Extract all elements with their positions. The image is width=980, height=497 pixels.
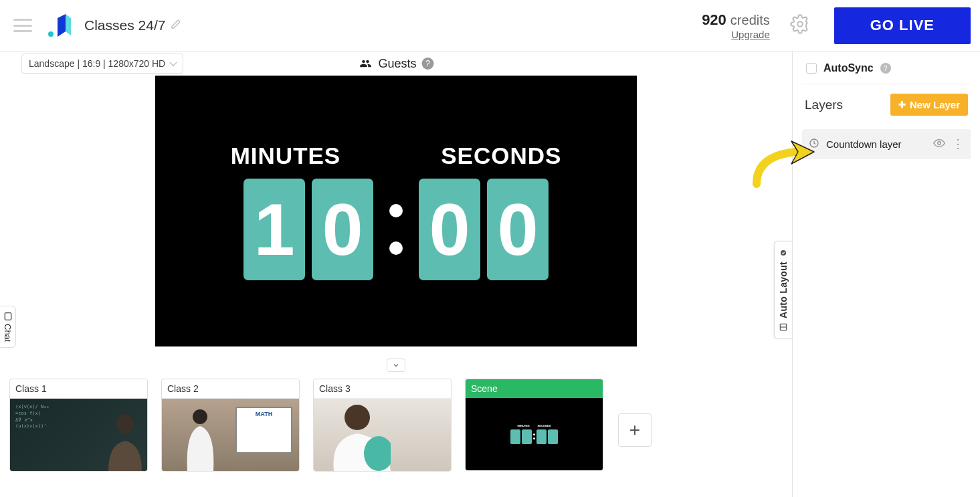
svg-point-4 <box>345 405 370 430</box>
editor-column: Landscape | 16:9 | 1280x720 HD Guests ? … <box>0 52 792 497</box>
scene-thumbnail <box>162 399 299 471</box>
auto-layout-tab[interactable]: Auto Layout <box>774 241 792 339</box>
countdown-digits: 1 0 0 0 <box>243 179 549 280</box>
svg-point-0 <box>48 31 54 37</box>
scene-title: Class 1 <box>10 379 147 399</box>
svg-rect-6 <box>5 313 11 320</box>
gear-icon[interactable] <box>790 14 810 37</box>
resolution-select[interactable]: Landscape | 16:9 | 1280x720 HD <box>21 54 183 74</box>
pencil-icon[interactable] <box>171 19 181 32</box>
digit-min-tens: 1 <box>243 179 305 280</box>
colon-icon <box>389 204 403 255</box>
digit-sec-tens: 0 <box>419 179 480 280</box>
autosync-checkbox[interactable] <box>806 63 817 74</box>
digit-min-ones: 0 <box>312 179 373 280</box>
eye-icon[interactable] <box>933 137 945 151</box>
upgrade-link[interactable]: Upgrade <box>702 29 770 40</box>
scene-card-class-2[interactable]: Class 2 <box>161 379 300 472</box>
clock-icon <box>809 138 819 151</box>
scene-thumbnail: MINUTESSECONDS <box>466 398 603 470</box>
digit-sec-ones: 0 <box>487 179 549 280</box>
main-area: Landscape | 16:9 | 1280x720 HD Guests ? … <box>0 52 980 497</box>
layer-countdown[interactable]: Countdown layer ⋮ <box>802 129 971 159</box>
go-live-button[interactable]: GO LIVE <box>834 7 971 44</box>
new-layer-button[interactable]: ✚ New Layer <box>890 94 968 116</box>
scene-title: Scene <box>466 379 603 398</box>
credits-count: 920 <box>702 11 726 29</box>
add-scene-button[interactable]: + <box>618 413 652 447</box>
new-layer-label: New Layer <box>910 99 960 110</box>
scene-thumbnail <box>314 399 451 471</box>
project-title: Classes 24/7 <box>84 17 165 33</box>
editor-topbar: Landscape | 16:9 | 1280x720 HD Guests ? <box>0 52 792 76</box>
scene-title: Class 2 <box>162 379 299 399</box>
scene-thumbnail: (x)v(x)/ N₂₀=cos f(x)Δ⊽ e^x(u(x)v(x))' <box>10 399 147 471</box>
auto-layout-label: Auto Layout <box>778 262 789 318</box>
layers-header: Layers ✚ New Layer <box>802 94 971 116</box>
svg-point-2 <box>116 414 134 434</box>
guests-label: Guests <box>378 57 416 71</box>
autosync-row[interactable]: AutoSync ? <box>802 61 971 84</box>
chevron-down-icon[interactable] <box>387 359 405 372</box>
scene-card-class-1[interactable]: Class 1 (x)v(x)/ N₂₀=cos f(x)Δ⊽ e^x(u(x)… <box>9 379 148 472</box>
svg-point-3 <box>193 409 207 424</box>
help-icon[interactable]: ? <box>880 63 891 74</box>
help-icon[interactable]: ? <box>422 58 434 70</box>
chat-tab[interactable]: Chat <box>0 306 16 348</box>
right-panel: AutoSync ? Layers ✚ New Layer Countdown … <box>792 52 980 497</box>
svg-point-8 <box>938 142 941 145</box>
countdown-labels: MINUTES SECONDS <box>231 142 562 169</box>
layers-title: Layers <box>805 98 843 112</box>
autosync-label: AutoSync <box>823 62 874 74</box>
preview-canvas[interactable]: MINUTES SECONDS 1 0 0 0 <box>155 76 637 346</box>
chat-label: Chat <box>3 324 13 342</box>
app-logo[interactable] <box>47 11 75 39</box>
more-icon[interactable]: ⋮ <box>952 142 964 146</box>
svg-point-1 <box>797 21 803 27</box>
layer-name: Countdown layer <box>826 138 902 150</box>
scene-card-scene-active[interactable]: Scene MINUTESSECONDS <box>465 379 603 471</box>
scenes-list: Class 1 (x)v(x)/ N₂₀=cos f(x)Δ⊽ e^x(u(x)… <box>0 379 792 472</box>
menu-icon[interactable] <box>13 19 32 32</box>
credits-block: 920 credits Upgrade <box>702 11 770 40</box>
seconds-label: SECONDS <box>441 142 561 169</box>
plus-icon: ✚ <box>898 100 906 110</box>
scene-card-class-3[interactable]: Class 3 <box>313 379 452 472</box>
guests-button[interactable]: Guests ? <box>358 57 433 71</box>
scene-title: Class 3 <box>314 379 451 399</box>
credits-label: credits <box>730 13 770 28</box>
minutes-label: MINUTES <box>231 142 341 169</box>
app-header: Classes 24/7 920 credits Upgrade GO LIVE <box>0 0 980 52</box>
